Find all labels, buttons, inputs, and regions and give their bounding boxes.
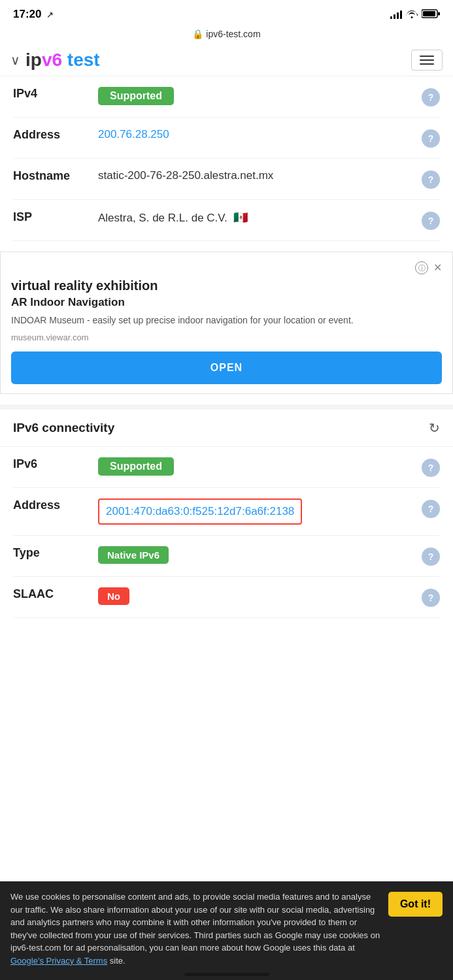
ipv6-type-row: Type Native IPv6 ? bbox=[13, 536, 440, 577]
ad-url: museum.viewar.com bbox=[11, 333, 442, 342]
ipv6-slaac-label: SLAAC bbox=[13, 587, 98, 601]
ipv6-address-text: 2001:470:da63:0:f525:12d7:6a6f:2138 bbox=[106, 505, 294, 517]
ipv6-section-title: IPv6 connectivity bbox=[13, 421, 114, 435]
lock-icon: 🔒 bbox=[192, 29, 203, 39]
ipv6-supported-badge: Supported bbox=[98, 457, 174, 476]
cookie-banner: We use cookies to personalise content an… bbox=[0, 881, 453, 980]
logo-v6: v6 bbox=[42, 50, 62, 70]
status-time: 17:20 ↗ bbox=[13, 8, 54, 21]
battery-icon bbox=[422, 9, 440, 20]
status-bar: 17:20 ↗ bbox=[0, 0, 453, 25]
svg-rect-2 bbox=[438, 12, 440, 15]
ipv6-type-badge: Native IPv6 bbox=[98, 546, 169, 564]
ipv4-hostname-info-icon[interactable]: ? bbox=[422, 171, 440, 189]
ipv4-label: IPv4 bbox=[13, 87, 98, 101]
ad-controls: ⓘ ✕ bbox=[11, 261, 442, 274]
svg-rect-1 bbox=[423, 11, 435, 16]
signal-bars-icon bbox=[390, 10, 402, 19]
ipv6-slaac-value: No bbox=[98, 587, 416, 605]
ipv4-isp-info-icon[interactable]: ? bbox=[422, 212, 440, 230]
ipv4-isp-value: Alestra, S. de R.L. de C.V. 🇲🇽 bbox=[98, 210, 416, 225]
ipv6-address-row: Address 2001:470:da63:0:f525:12d7:6a6f:2… bbox=[13, 488, 440, 536]
ipv4-isp-label: ISP bbox=[13, 210, 98, 224]
url-bar[interactable]: 🔒 ipv6-test.com bbox=[0, 25, 453, 44]
ipv4-address-row: Address 200.76.28.250 ? bbox=[13, 118, 440, 159]
wifi-icon bbox=[406, 9, 418, 20]
ipv6-type-value: Native IPv6 bbox=[98, 546, 416, 564]
ipv6-address-label: Address bbox=[13, 498, 98, 512]
ipv6-type-label: Type bbox=[13, 546, 98, 560]
ipv4-isp-row: ISP Alestra, S. de R.L. de C.V. 🇲🇽 ? bbox=[13, 200, 440, 241]
ipv4-hostname-value: static-200-76-28-250.alestra.net.mx bbox=[98, 169, 416, 182]
ipv4-value: Supported bbox=[98, 87, 416, 105]
ipv4-info-icon[interactable]: ? bbox=[422, 88, 440, 106]
ipv6-section-header: IPv6 connectivity ↻ bbox=[0, 404, 453, 447]
ipv6-slaac-info-icon[interactable]: ? bbox=[422, 589, 440, 607]
ad-banner: ⓘ ✕ virtual reality exhibition AR Indoor… bbox=[0, 252, 453, 394]
privacy-terms-link[interactable]: Google's Privacy & Terms bbox=[10, 956, 107, 966]
hamburger-menu-button[interactable] bbox=[411, 50, 443, 71]
ipv6-slaac-row: SLAAC No ? bbox=[13, 577, 440, 618]
ipv4-address-info-icon[interactable]: ? bbox=[422, 129, 440, 148]
ipv6-value: Supported bbox=[98, 457, 416, 476]
ipv6-info-icon[interactable]: ? bbox=[422, 459, 440, 477]
home-indicator bbox=[184, 973, 269, 976]
ad-description: INDOAR Museum - easily set up precise in… bbox=[11, 314, 442, 327]
mexico-flag-icon: 🇲🇽 bbox=[233, 210, 248, 225]
ipv4-address-value[interactable]: 200.76.28.250 bbox=[98, 128, 416, 141]
ipv4-supported-badge: Supported bbox=[98, 87, 174, 105]
logo-test: test bbox=[67, 50, 100, 70]
ad-sub-title: AR Indoor Navigation bbox=[11, 296, 442, 309]
ipv4-status-row: IPv4 Supported ? bbox=[13, 76, 440, 118]
ipv6-address-box[interactable]: 2001:470:da63:0:f525:12d7:6a6f:2138 bbox=[98, 498, 302, 525]
status-icons bbox=[390, 9, 440, 20]
url-text[interactable]: ipv6-test.com bbox=[206, 29, 260, 39]
ad-open-button[interactable]: OPEN bbox=[11, 351, 442, 384]
nav-bar: ∨ ipv6 test bbox=[0, 44, 453, 76]
cookie-content: We use cookies to personalise content an… bbox=[10, 890, 443, 967]
ipv6-section: IPv6 Supported ? Address 2001:470:da63:0… bbox=[0, 447, 453, 618]
ipv6-status-row: IPv6 Supported ? bbox=[13, 447, 440, 488]
ad-main-title: virtual reality exhibition bbox=[11, 278, 442, 293]
ipv6-address-info-icon[interactable]: ? bbox=[422, 500, 440, 518]
ipv4-address-label: Address bbox=[13, 128, 98, 142]
logo-ip: ip bbox=[25, 50, 42, 70]
ad-close-icon[interactable]: ✕ bbox=[433, 261, 442, 274]
ipv6-label: IPv6 bbox=[13, 457, 98, 471]
ipv6-slaac-badge: No bbox=[98, 587, 129, 605]
ipv4-hostname-label: Hostname bbox=[13, 169, 98, 183]
cookie-got-it-button[interactable]: Got it! bbox=[388, 892, 443, 917]
refresh-icon[interactable]: ↻ bbox=[429, 420, 440, 436]
site-logo: ipv6 test bbox=[25, 50, 100, 71]
ad-info-icon[interactable]: ⓘ bbox=[415, 261, 428, 274]
location-arrow-icon: ↗ bbox=[46, 10, 54, 20]
ipv6-address-value[interactable]: 2001:470:da63:0:f525:12d7:6a6f:2138 bbox=[98, 498, 416, 525]
ipv4-hostname-row: Hostname static-200-76-28-250.alestra.ne… bbox=[13, 159, 440, 200]
ipv6-type-info-icon[interactable]: ? bbox=[422, 547, 440, 566]
nav-chevron-icon[interactable]: ∨ bbox=[10, 52, 20, 68]
ipv4-section: IPv4 Supported ? Address 200.76.28.250 ?… bbox=[0, 76, 453, 241]
cookie-text: We use cookies to personalise content an… bbox=[10, 890, 380, 967]
